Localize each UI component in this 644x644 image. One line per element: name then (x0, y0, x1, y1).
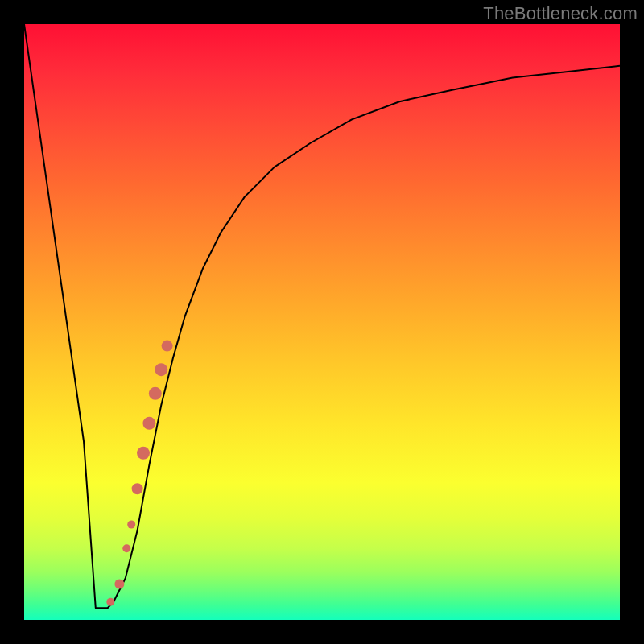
marker-dot (106, 598, 114, 606)
chart-svg (24, 24, 620, 620)
curve-layer (24, 24, 620, 608)
series-bottleneck-curve (24, 24, 620, 608)
marker-dot (114, 580, 124, 589)
marker-dot (137, 447, 150, 460)
watermark-text: TheBottleneck.com (483, 3, 638, 24)
marker-dot (149, 387, 162, 400)
marker-dot (162, 341, 173, 352)
marker-dot (122, 544, 130, 552)
marker-dot (132, 483, 143, 494)
plot-area (24, 24, 620, 620)
marker-dot (155, 363, 167, 376)
marker-dot (142, 417, 155, 430)
marker-dot (127, 521, 135, 529)
marker-layer (106, 341, 172, 606)
chart-frame: TheBottleneck.com (0, 0, 644, 644)
